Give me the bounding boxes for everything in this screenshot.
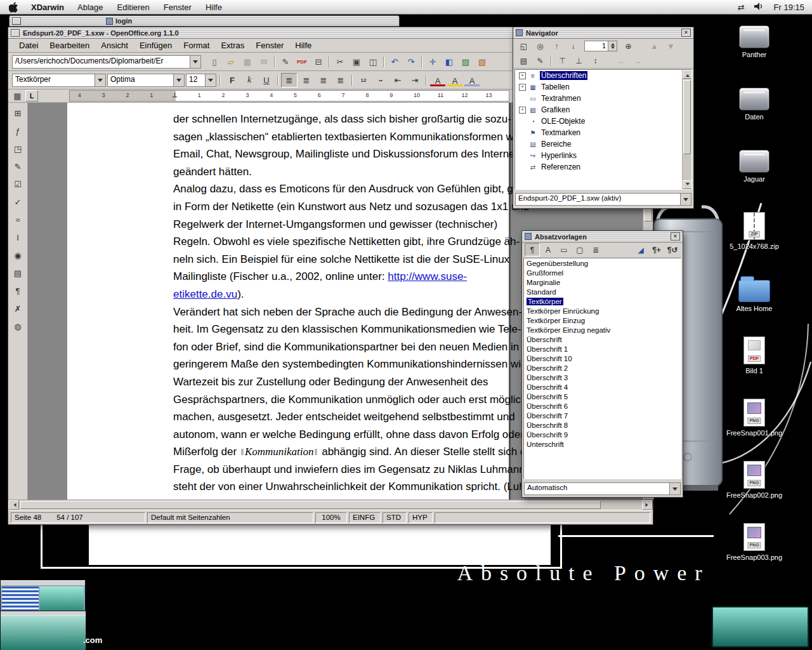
scrollbar-thumb[interactable] bbox=[683, 80, 691, 154]
navigator-item-tabellen[interactable]: +▦Tabellen bbox=[515, 81, 691, 93]
style-list-item[interactable]: Überschrift 6 bbox=[524, 402, 681, 411]
menu-datei[interactable]: Datei bbox=[13, 41, 44, 50]
page-style-cell[interactable]: Default mit Seitenzahlen bbox=[147, 512, 313, 523]
style-list-item[interactable]: Überschrift bbox=[524, 335, 681, 345]
undo-icon[interactable]: ↶ bbox=[386, 55, 403, 69]
tree-scrollbar[interactable] bbox=[682, 70, 691, 189]
style-list-item[interactable]: Textkörper bbox=[524, 297, 681, 307]
style-filter-combobox[interactable]: Automatisch bbox=[524, 482, 681, 495]
style-list-item[interactable]: Textkörper Einzug negativ bbox=[524, 326, 681, 335]
style-list-item[interactable]: Überschrift 7 bbox=[524, 411, 681, 421]
menubar-app-name[interactable]: XDarwin bbox=[25, 3, 70, 12]
insert-objects-icon[interactable]: ◳ bbox=[10, 140, 26, 157]
font-name-combobox[interactable]: Optima bbox=[107, 74, 185, 87]
horizontal-scrollbar[interactable] bbox=[8, 500, 653, 510]
desktop-icon-freesnap002png[interactable]: PNGFreeSnap002.png bbox=[716, 461, 792, 499]
previous-object-icon[interactable]: ↑ bbox=[549, 39, 565, 53]
dropdown-button[interactable] bbox=[190, 56, 200, 68]
form-functions-icon[interactable]: ☑ bbox=[10, 175, 26, 193]
style-list-item[interactable]: Gegenüberstellung bbox=[524, 259, 681, 269]
page-styles-icon[interactable]: ▢ bbox=[572, 243, 587, 256]
display-arrows-icon[interactable]: ⇄ bbox=[738, 3, 745, 12]
desktop-icon-bild1[interactable]: PDFBild 1 bbox=[716, 336, 792, 375]
stylist-titlebar[interactable]: Absatzvorlagen × bbox=[522, 231, 683, 242]
redo-icon[interactable]: ↷ bbox=[403, 55, 419, 69]
style-list-item[interactable]: Überschrift 1 bbox=[524, 345, 681, 354]
nonprinting-chars-icon[interactable]: ¶ bbox=[10, 282, 26, 300]
expand-icon[interactable]: + bbox=[519, 107, 526, 114]
document-selector-value[interactable]: Endspurt-20_PDF_1.sxw (aktiv) bbox=[516, 194, 680, 205]
hyperlink[interactable]: etikette.de.vu bbox=[173, 288, 237, 300]
scroll-up-button[interactable] bbox=[683, 70, 692, 79]
navigator-item-textmarken[interactable]: ⚑Textmarken bbox=[515, 127, 691, 138]
numbering-button[interactable]: 12 bbox=[355, 73, 372, 88]
navigator-icon[interactable]: ✛ bbox=[424, 55, 441, 69]
desktop-icon-alteshome[interactable]: Altes Home bbox=[716, 274, 792, 312]
style-list-item[interactable]: Überschrift 8 bbox=[524, 421, 681, 430]
fill-format-icon[interactable]: ◢ bbox=[633, 243, 648, 256]
menu-ansicht[interactable]: Ansicht bbox=[95, 41, 134, 50]
paragraph-styles-icon[interactable]: ¶ bbox=[525, 243, 540, 256]
dropdown-button[interactable] bbox=[95, 74, 105, 86]
expand-icon[interactable]: + bbox=[519, 84, 526, 91]
gallery-icon[interactable]: ▨ bbox=[457, 55, 474, 69]
navigator-item-textrahmen[interactable]: ▭Textrahmen bbox=[515, 93, 691, 104]
dropdown-button[interactable] bbox=[205, 74, 216, 86]
menu-format[interactable]: Format bbox=[178, 41, 215, 50]
style-list-item[interactable]: Textkörper Einzug bbox=[524, 316, 681, 326]
style-list-item[interactable]: Überschrift 10 bbox=[524, 354, 681, 364]
desktop-icon-freesnap001png[interactable]: PNGFreeSnap001.png bbox=[716, 399, 792, 437]
close-button[interactable] bbox=[12, 17, 21, 25]
align-center-button[interactable]: ≣ bbox=[298, 73, 315, 88]
style-filter-value[interactable]: Automatisch bbox=[525, 483, 669, 494]
increase-indent-button[interactable]: ⇥ bbox=[407, 73, 423, 88]
images-onoff-icon[interactable]: ✗ bbox=[10, 300, 26, 317]
menu-einfgen[interactable]: Einfügen bbox=[134, 41, 178, 50]
style-list-item[interactable]: Grußformel bbox=[524, 269, 681, 278]
spin-up-icon[interactable] bbox=[611, 41, 615, 46]
selection-mode-cell[interactable]: STD bbox=[383, 512, 407, 523]
bullets-button[interactable]: •• bbox=[372, 73, 389, 88]
frame-styles-icon[interactable]: ▭ bbox=[556, 243, 572, 256]
copy-icon[interactable]: ▣ bbox=[348, 55, 365, 69]
paragraph-style-combobox[interactable]: Textkörper bbox=[12, 74, 106, 87]
navigator-item-berschriften[interactable]: +≡Überschriften bbox=[515, 70, 691, 81]
menubar-item-fenster[interactable]: Fenster bbox=[157, 3, 199, 12]
style-list-item[interactable]: Textkörper Einrückung bbox=[524, 307, 681, 316]
font-size-combobox[interactable]: 12 bbox=[186, 74, 216, 87]
highlighting-button[interactable]: A bbox=[447, 75, 463, 87]
apple-menu-icon[interactable] bbox=[9, 2, 18, 13]
document-text[interactable]: der schnellen Internetzugänge, als dass … bbox=[67, 103, 509, 500]
menu-extras[interactable]: Extras bbox=[215, 41, 250, 50]
text-cursor-icon[interactable]: I bbox=[10, 229, 26, 246]
footer-icon[interactable]: ⊥ bbox=[571, 54, 587, 68]
bold-button[interactable]: F bbox=[224, 73, 240, 88]
dropdown-button[interactable] bbox=[669, 483, 680, 494]
styles-list[interactable]: GegenüberstellungGrußformelMarginalieSta… bbox=[523, 258, 681, 479]
paragraph-style-value[interactable]: Textkörper bbox=[13, 74, 95, 86]
menubar-item-ablage[interactable]: Ablage bbox=[70, 3, 110, 12]
update-style-icon[interactable]: ¶↺ bbox=[665, 243, 680, 256]
document-page[interactable]: der schnellen Internetzugänge, als dass … bbox=[67, 103, 509, 500]
navigator-item-bereiche[interactable]: ▤Bereiche bbox=[515, 138, 691, 150]
indent-marker[interactable]: ⊥ bbox=[172, 91, 178, 98]
close-button[interactable] bbox=[11, 29, 20, 37]
navigator-titlebar[interactable]: Navigator × bbox=[513, 27, 693, 39]
style-list-item[interactable]: Überschrift 9 bbox=[524, 430, 681, 440]
style-list-item[interactable]: Marginalie bbox=[524, 278, 681, 288]
navigator-item-grafiken[interactable]: +▧Grafiken bbox=[515, 104, 691, 116]
content-view-icon[interactable]: ▤ bbox=[516, 54, 532, 68]
insert-mode-cell[interactable]: EINFG bbox=[349, 512, 381, 523]
online-layout-icon[interactable]: ◍ bbox=[10, 317, 26, 335]
align-justify-button[interactable]: ≣ bbox=[332, 73, 349, 88]
toggle-view-icon[interactable]: ◱ bbox=[516, 39, 532, 53]
page-number-field[interactable]: 1 bbox=[584, 41, 608, 51]
expand-icon[interactable]: + bbox=[519, 72, 526, 79]
style-list-item[interactable]: Überschrift 2 bbox=[524, 364, 681, 373]
style-list-item[interactable]: Überschrift 5 bbox=[524, 392, 681, 402]
desktop-icon-freesnap003png[interactable]: PNGFreeSnap003.png bbox=[716, 523, 792, 561]
dropdown-button[interactable] bbox=[173, 74, 184, 86]
menu-fenster[interactable]: Fenster bbox=[250, 41, 289, 50]
spin-down-icon[interactable] bbox=[611, 46, 615, 51]
menubar-item-editieren[interactable]: Editieren bbox=[110, 3, 157, 12]
